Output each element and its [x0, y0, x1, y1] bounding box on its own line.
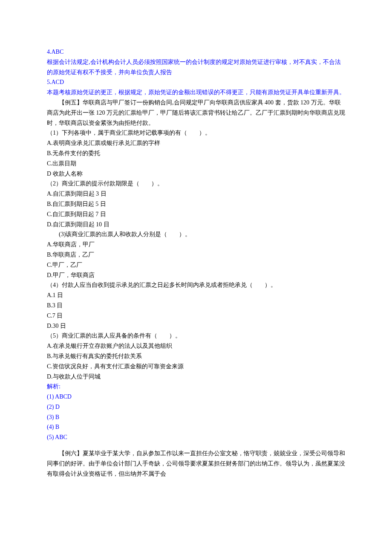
- q4-option-c: C.7 日: [47, 311, 345, 321]
- q2-option-b: B.自汇票到期日起 5 日: [47, 199, 345, 209]
- answer-q2: (2) D: [47, 402, 345, 412]
- example-6-intro: 【例六】夏某毕业于某大学，自从参加工作以来一直担任办公室文秘，恪守职责，兢兢业业…: [47, 448, 345, 479]
- q5-option-a: A.在承兑银行开立存款账户的法人以及其他组织: [47, 341, 345, 351]
- q4-option-d: D.30 日: [47, 321, 345, 331]
- q5-stem: （5）商业汇票的出票人应具备的条件有（ ）。: [47, 331, 345, 341]
- spacer: [47, 442, 345, 448]
- q4-stem: （4）付款人应当自收到提示承兑的汇票之日起多长时间内承兑或者拒绝承兑（ ）。: [47, 280, 345, 290]
- q1-stem: （1）下列各项中，属于商业汇票绝对记载事项的有（ ）。: [47, 128, 345, 138]
- answer-q3: (3) B: [47, 412, 345, 422]
- q3-option-b: B.华联商店，乙厂: [47, 250, 345, 260]
- document-page: 4.ABC 根据会计法规定,会计机构会计人员必须按照国家统一的会计制度的规定对原…: [0, 0, 392, 504]
- answer-4-code: 4.ABC: [47, 47, 345, 57]
- example-5-intro: 【例五】华联商店与甲厂签订一份购销合同,合同规定甲厂向华联商店供应家具 400 …: [47, 98, 345, 128]
- q1-option-a: A.表明商业承兑汇票或银行承兑汇票的字样: [47, 138, 345, 148]
- q5-option-c: C.资信状况良好，具有支付汇票金额的可靠资金来源: [47, 361, 345, 372]
- answer-5-code: 5.ACD: [47, 77, 345, 87]
- q4-option-b: B.3 日: [47, 301, 345, 311]
- answer-q1: (1) ABCD: [47, 392, 345, 402]
- answer-q4: (4) B: [47, 422, 345, 432]
- q2-option-d: D.自汇票到期日起 10 日: [47, 220, 345, 230]
- answers-label: 解析:: [47, 382, 345, 392]
- answer-q5: (5) ABC: [47, 432, 345, 442]
- q3-option-c: C.甲厂，乙厂: [47, 260, 345, 270]
- answer-4-explain: 根据会计法规定,会计机构会计人员必须按照国家统一的会计制度的规定对原始凭证进行审…: [47, 57, 345, 78]
- q3-option-a: A.华联商店，甲厂: [47, 240, 345, 250]
- q3-stem: (3)该商业汇票的出票人和收款人分别是（ ）。: [47, 229, 345, 240]
- q2-option-c: C.自汇票到期日起 7 日: [47, 209, 345, 220]
- q2-stem: （2）商业汇票的提示付款期限是（ ）。: [47, 179, 345, 189]
- q2-option-a: A.自汇票到期日起 3 日: [47, 189, 345, 199]
- answer-5-explain: 本题考核原始凭证的更正，根据规定，原始凭证的金额出现错误的不得更正，只能有原始凭…: [47, 87, 345, 98]
- q1-option-d: D 收款人名称: [47, 169, 345, 179]
- q5-option-b: B.与承兑银行有真实的委托付款关系: [47, 351, 345, 361]
- q1-option-b: B.无条件支付的委托: [47, 148, 345, 159]
- q1-option-c: C.出票日期: [47, 159, 345, 169]
- q5-option-d: D.与收款人位于同城: [47, 372, 345, 382]
- q3-option-d: D.甲厂，华联商店: [47, 270, 345, 280]
- q4-option-a: A.1 日: [47, 290, 345, 301]
